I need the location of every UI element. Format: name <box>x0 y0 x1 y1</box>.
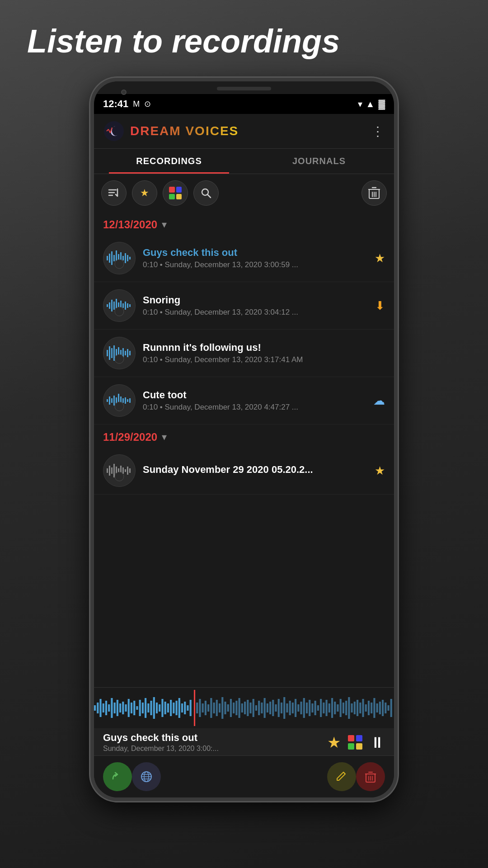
svg-rect-17 <box>111 251 113 265</box>
share-button[interactable] <box>103 762 132 791</box>
recording-meta-4: 0:10 • Sunday, December 13, 2020 4:47:27… <box>143 403 369 412</box>
recording-info-2: Snoring 0:10 • Sunday, December 13, 2020… <box>143 294 371 317</box>
svg-rect-139 <box>275 704 277 712</box>
svg-rect-134 <box>261 703 263 713</box>
gmail-icon: M <box>133 99 140 109</box>
svg-rect-53 <box>111 398 113 403</box>
svg-rect-166 <box>351 703 353 712</box>
svg-rect-150 <box>306 703 308 713</box>
phone-frame: 12:41 M ⊙ ▾ ▲ ▓ <box>90 78 398 801</box>
globe-button[interactable] <box>132 762 161 791</box>
date-label-2: 11/29/2020 <box>103 431 157 443</box>
svg-rect-129 <box>247 700 249 716</box>
svg-rect-95 <box>150 701 152 715</box>
player-controls: ★ ⏸ <box>327 733 385 751</box>
svg-rect-54 <box>113 396 115 406</box>
player-pause-button[interactable]: ⏸ <box>370 734 385 751</box>
svg-rect-141 <box>281 703 282 713</box>
svg-point-62 <box>115 402 124 411</box>
search-button[interactable] <box>193 180 219 206</box>
svg-rect-173 <box>371 703 372 713</box>
svg-rect-142 <box>283 697 285 719</box>
svg-point-74 <box>115 472 124 481</box>
svg-rect-81 <box>111 698 113 718</box>
svg-rect-175 <box>376 703 378 712</box>
recording-info-4: Cute toot 0:10 • Sunday, December 13, 20… <box>143 389 369 412</box>
status-time: 12:41 <box>103 98 128 110</box>
svg-rect-66 <box>113 464 115 477</box>
svg-rect-96 <box>153 697 155 719</box>
svg-rect-158 <box>328 703 330 712</box>
delete-button[interactable] <box>356 762 385 791</box>
recording-item-4[interactable]: Cute toot 0:10 • Sunday, December 13, 20… <box>94 377 394 425</box>
recording-title-5: Sunday November 29 2020 05.20.2... <box>143 464 370 476</box>
svg-rect-18 <box>113 255 115 261</box>
svg-rect-116 <box>210 698 212 718</box>
svg-rect-25 <box>129 257 131 259</box>
svg-rect-152 <box>311 703 313 712</box>
tab-recordings[interactable]: RECORDINGS <box>94 149 244 174</box>
svg-rect-170 <box>362 699 364 717</box>
svg-rect-160 <box>334 702 336 714</box>
svg-rect-178 <box>385 703 386 713</box>
svg-rect-29 <box>111 300 113 311</box>
overflow-menu-button[interactable]: ⋮ <box>371 124 385 139</box>
delete-selected-button[interactable] <box>361 180 387 206</box>
svg-line-186 <box>343 772 345 774</box>
svg-rect-107 <box>184 702 186 714</box>
svg-rect-85 <box>122 702 124 714</box>
svg-rect-92 <box>142 703 144 713</box>
svg-rect-99 <box>161 699 163 717</box>
waveform-player[interactable] <box>94 688 394 728</box>
recording-item-2[interactable]: Snoring 0:10 • Sunday, December 13, 2020… <box>94 282 394 330</box>
svg-rect-149 <box>303 698 305 718</box>
svg-rect-144 <box>289 701 291 715</box>
svg-rect-169 <box>359 703 361 713</box>
svg-rect-136 <box>267 703 268 712</box>
recording-info-1: Guys check this out 0:10 • Sunday, Decem… <box>143 247 370 269</box>
svg-rect-147 <box>297 704 299 712</box>
svg-rect-37 <box>129 304 131 307</box>
wifi-icon: ▾ <box>358 99 362 109</box>
recordings-list: 12/13/2020 ▾ <box>94 212 394 687</box>
bottom-toolbar <box>94 755 394 797</box>
svg-rect-118 <box>216 700 218 716</box>
player-tag-button[interactable] <box>348 735 362 750</box>
date-group-header-1[interactable]: 12/13/2020 ▾ <box>94 212 394 235</box>
player-bar: Guys check this out Sunday, December 13,… <box>94 687 394 797</box>
svg-rect-35 <box>125 302 126 310</box>
svg-rect-146 <box>295 699 296 717</box>
waveform-thumb-5 <box>103 454 136 487</box>
power-button[interactable] <box>395 217 398 253</box>
grid-filter-button[interactable] <box>163 180 188 206</box>
svg-rect-102 <box>170 700 172 716</box>
sort-button[interactable] <box>101 180 127 206</box>
recording-item-1[interactable]: Guys check this out 0:10 • Sunday, Decem… <box>94 235 394 282</box>
svg-rect-58 <box>122 398 124 403</box>
recording-item-5[interactable]: Sunday November 29 2020 05.20.2... ★ <box>94 447 394 495</box>
svg-rect-49 <box>129 351 131 355</box>
svg-rect-28 <box>109 302 110 309</box>
recording-item-3[interactable]: Runnnn it's following us! 0:10 • Sunday,… <box>94 330 394 377</box>
chevron-down-icon-2: ▾ <box>162 431 167 443</box>
svg-rect-88 <box>131 703 132 713</box>
tab-journals[interactable]: JOURNALS <box>244 149 394 174</box>
phone-top <box>94 81 394 94</box>
svg-rect-84 <box>119 703 121 712</box>
player-favorite-button[interactable]: ★ <box>327 733 341 751</box>
svg-rect-105 <box>178 698 180 718</box>
svg-rect-75 <box>94 705 96 711</box>
svg-rect-157 <box>326 700 328 716</box>
svg-rect-168 <box>357 700 358 716</box>
date-group-header-2[interactable]: 11/29/2020 ▾ <box>94 425 394 447</box>
edit-button[interactable] <box>327 762 356 791</box>
svg-rect-135 <box>264 698 266 718</box>
svg-rect-100 <box>164 702 166 714</box>
svg-rect-83 <box>117 700 118 716</box>
favorites-filter-button[interactable]: ★ <box>132 180 157 206</box>
waveform-thumb-2 <box>103 289 136 322</box>
svg-rect-164 <box>345 701 347 715</box>
svg-rect-167 <box>354 702 356 714</box>
svg-rect-106 <box>181 703 183 712</box>
svg-rect-65 <box>111 467 113 474</box>
